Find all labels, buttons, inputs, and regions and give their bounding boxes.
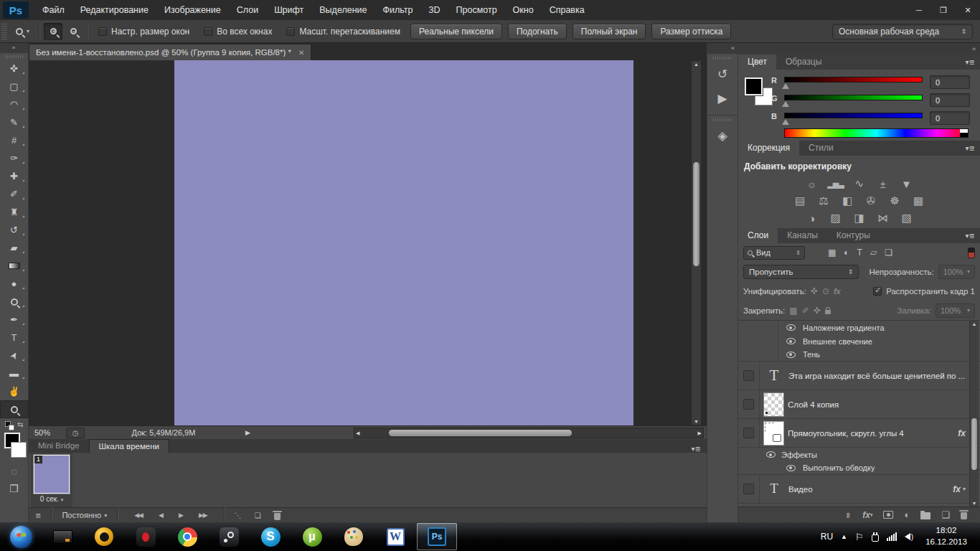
rectangular-marquee-tool[interactable]: ▢	[0, 77, 29, 95]
visibility-checkbox[interactable]	[743, 428, 754, 438]
menu-help[interactable]: Справка	[542, 0, 593, 20]
tab-layers[interactable]: Слои	[738, 228, 778, 243]
scroll-right-arrow[interactable]: ▶	[698, 428, 702, 438]
loop-mode-selector[interactable]: Постоянно ▾	[55, 511, 113, 519]
zoom-all-windows-option[interactable]: Во всех окнах	[204, 27, 272, 37]
minimize-button[interactable]: ─	[907, 0, 931, 20]
panel-menu-icon[interactable]: ▾≣	[966, 141, 980, 156]
canvas[interactable]	[174, 60, 633, 425]
menu-image[interactable]: Изображение	[156, 0, 229, 20]
layer-effect-row[interactable]: Выполнить обводку	[738, 461, 980, 475]
history-brush-tool[interactable]: ↺	[0, 221, 29, 239]
swap-colors-icon[interactable]: ⇆	[17, 420, 23, 428]
layers-scroll-thumb[interactable]	[971, 418, 977, 470]
tab-styles[interactable]: Стили	[799, 141, 843, 156]
document-tab[interactable]: Без имени-1-восстановлено.psd @ 50% (Гру…	[29, 44, 311, 60]
filter-adjustment-layers-icon[interactable]: ◐	[844, 248, 849, 258]
tab-color[interactable]: Цвет	[738, 55, 776, 70]
eraser-tool[interactable]: ▰	[0, 239, 29, 257]
filter-smart-objects-icon[interactable]: ❏	[885, 248, 892, 258]
close-tab-icon[interactable]: ✕	[298, 49, 304, 57]
color-balance-icon[interactable]: ⚖	[814, 194, 833, 208]
menu-window[interactable]: Окно	[505, 0, 542, 20]
clock[interactable]: 18:02 16.12.2013	[921, 525, 971, 547]
quick-mask-button[interactable]: ◌	[0, 463, 29, 480]
toolbar-collapse-header[interactable]: »	[0, 43, 28, 53]
menu-filter[interactable]: Фильтр	[375, 0, 421, 20]
screen-mode-button[interactable]: ❐	[0, 480, 29, 497]
red-slider-thumb[interactable]	[782, 83, 789, 89]
vibrance-icon[interactable]: ▼	[897, 176, 916, 191]
curves-icon[interactable]: ∿	[850, 176, 869, 191]
network-signal-icon[interactable]	[887, 532, 897, 541]
layer-filter-switch[interactable]	[968, 248, 975, 258]
visibility-toggle[interactable]	[778, 465, 803, 471]
timeline-clock-icon[interactable]: ◷	[66, 428, 85, 438]
tab-channels[interactable]: Каналы	[778, 228, 827, 243]
layer-filter-type-dropdown[interactable]: Вид ⇕	[743, 246, 805, 260]
bw-ramp-end[interactable]	[960, 129, 968, 137]
brightness-contrast-icon[interactable]: ☼	[803, 176, 821, 191]
threshold-icon[interactable]: ◨	[850, 211, 869, 225]
layer-thumbnail[interactable]	[763, 392, 784, 417]
taskbar-graphics-editor[interactable]	[334, 523, 374, 550]
shape-layer-row[interactable]: Прямоугольник, скругл. углы 4 fx	[738, 419, 980, 448]
hand-tool[interactable]: ✌	[0, 382, 29, 400]
zoom-tool-selected[interactable]	[0, 400, 29, 418]
blur-tool[interactable]: ●	[0, 275, 29, 293]
layer-name[interactable]: Видео	[788, 485, 813, 494]
menu-view[interactable]: Просмотр	[448, 0, 505, 20]
panel-menu-icon[interactable]: ▾≣	[966, 228, 980, 243]
link-layers-button[interactable]: ∞	[847, 511, 852, 519]
taskbar-skype[interactable]: S	[250, 523, 291, 550]
pixel-layer-row[interactable]: Слой 4 копия	[738, 390, 980, 419]
blend-mode-dropdown[interactable]: Пропустить ⇕	[743, 265, 859, 279]
vertical-scrollbar[interactable]: ▲ ▼	[691, 60, 702, 425]
text-layer-row[interactable]: T Видео fx▾	[738, 475, 980, 504]
checkbox[interactable]	[98, 27, 107, 36]
tween-button[interactable]: ⋱	[228, 512, 248, 519]
unify-visibility-icon[interactable]: ⊙	[822, 286, 829, 296]
workspace-switcher[interactable]: Основная рабочая среда ⇕	[832, 24, 973, 39]
invert-icon[interactable]: ◑	[803, 211, 821, 225]
start-button[interactable]	[1, 523, 41, 550]
levels-icon[interactable]: ▂▅▃	[826, 176, 845, 191]
visibility-checkbox[interactable]	[743, 370, 754, 381]
visibility-checkbox[interactable]	[743, 399, 754, 410]
actual-pixels-button[interactable]: Реальные пиксели	[410, 24, 502, 39]
type-layer-thumbnail[interactable]: T	[762, 481, 786, 496]
color-lookup-icon[interactable]: ▦	[909, 194, 928, 208]
background-color-swatch[interactable]	[11, 442, 27, 458]
visibility-toggle[interactable]	[778, 338, 803, 344]
unify-style-icon[interactable]: fx	[834, 287, 841, 296]
hidden-icons-arrow[interactable]: ▲	[841, 533, 847, 540]
scroll-up-arrow[interactable]: ▲	[692, 62, 701, 67]
zoom-level-field[interactable]: 50%	[29, 428, 66, 437]
fill-screen-button[interactable]: Полный экран	[573, 24, 646, 39]
close-button[interactable]: ✕	[956, 0, 980, 20]
tab-adjustments[interactable]: Коррекция	[738, 141, 799, 156]
shape-layer-thumbnail[interactable]	[763, 421, 784, 446]
delete-layer-button[interactable]	[961, 510, 967, 519]
crop-tool[interactable]: #	[0, 131, 29, 149]
foreground-color-swatch[interactable]	[745, 77, 763, 95]
convert-to-video-timeline-button[interactable]: ≣	[29, 512, 47, 519]
horizontal-type-tool[interactable]: T	[0, 329, 29, 347]
taskbar-chrome[interactable]	[167, 523, 207, 550]
menu-type[interactable]: Шрифт	[266, 0, 311, 20]
menu-layers[interactable]: Слои	[229, 0, 266, 20]
blue-value-field[interactable]: 0	[930, 111, 970, 125]
visibility-toggle[interactable]	[738, 419, 760, 447]
scroll-up-arrow[interactable]: ▲	[970, 321, 979, 326]
scroll-down-arrow[interactable]: ▼	[692, 419, 701, 424]
restore-button[interactable]: ❐	[931, 0, 956, 20]
animation-frame-1[interactable]: 1 0 сек. ▾	[31, 453, 72, 507]
speaker-icon[interactable]: )	[905, 533, 913, 541]
checkbox[interactable]	[204, 27, 212, 36]
visibility-toggle[interactable]	[738, 475, 760, 503]
taskbar-opera[interactable]	[126, 523, 166, 550]
tab-mini-bridge[interactable]: Mini Bridge	[29, 439, 89, 453]
tab-swatches[interactable]: Образцы	[776, 55, 831, 70]
taskbar-word[interactable]: W	[375, 523, 415, 550]
visibility-toggle[interactable]	[778, 324, 803, 331]
